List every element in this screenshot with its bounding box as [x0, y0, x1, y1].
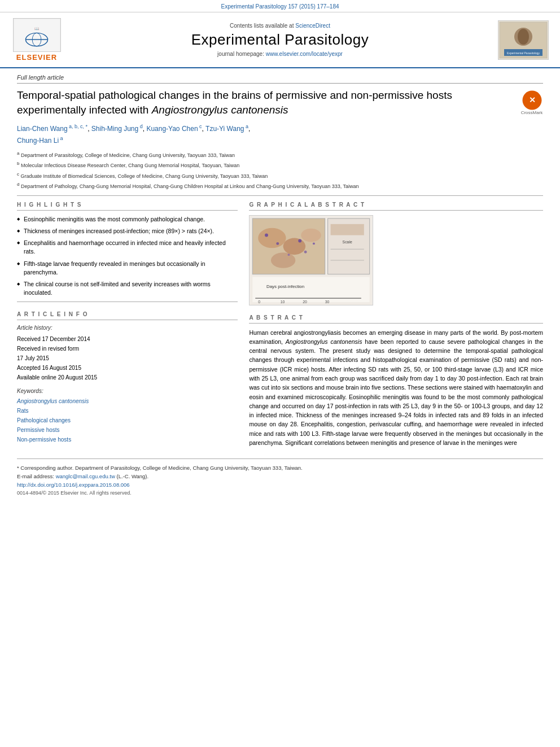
svg-text:Scale: Scale [343, 240, 352, 244]
keywords-section: Keywords: Angiostrongylus cantonensis Ra… [17, 388, 238, 444]
article-info-heading: A R T I C L E I N F O [17, 311, 238, 320]
author-3: Kuang-Yao Chen [146, 125, 198, 133]
keyword-5: Non-permissive hosts [17, 435, 238, 444]
accepted-value: Accepted 16 August 2015 [17, 363, 81, 373]
svg-point-23 [304, 250, 307, 253]
abstract-section: A B S T R A C T Human cerebral angiostro… [249, 314, 543, 447]
footer-email-line: E-mail address: wanglc@mail.cgu.edu.tw (… [17, 473, 543, 479]
available-value: Available online 20 August 2015 [17, 373, 97, 382]
article-footer: * Corresponding author. Department of Pa… [17, 458, 543, 496]
journal-cover-image: Experimental Parasitology [498, 20, 549, 60]
revised-date-row: 17 July 2015 [17, 353, 238, 363]
journal-title: Experimental Parasitology [68, 31, 492, 49]
copyright-notice: 0014-4894/© 2015 Elsevier Inc. All right… [17, 490, 543, 496]
elsevier-logo: 📖 ELSEVIER [11, 18, 62, 62]
highlights-section: H I G H L I G H T S Eosinophilic meningi… [17, 202, 238, 298]
svg-rect-26 [331, 224, 364, 235]
corresponding-author-note: * Corresponding author. Department of Pa… [17, 465, 543, 471]
keywords-label: Keywords: [17, 388, 238, 394]
graphical-abstract-image: Scale Days post-infection 0 10 20 30 [249, 215, 373, 305]
keyword-2: Rats [17, 406, 238, 416]
homepage-line: journal homepage: www.elsevier.com/locat… [68, 51, 492, 57]
author-1: Lian-Chen Wang [17, 125, 68, 133]
svg-point-22 [288, 254, 290, 256]
highlight-item-4: Fifth-stage larvae frequently revealed i… [17, 260, 238, 277]
doi-link[interactable]: http://dx.doi.org/10.1016/j.exppara.2015… [17, 482, 543, 488]
svg-point-15 [259, 228, 286, 248]
journal-top-bar: Experimental Parasitology 157 (2015) 177… [0, 0, 560, 12]
keywords-list: Angiostrongylus cantonensis Rats Patholo… [17, 396, 238, 444]
affiliation-a: a Department of Parasitology, College of… [17, 150, 543, 160]
svg-text:✕: ✕ [528, 95, 535, 104]
graphical-abstract-section: G R A P H I C A L A B S T R A C T [249, 202, 543, 305]
highlights-heading: H I G H L I G H T S [17, 202, 238, 211]
svg-point-8 [518, 29, 529, 45]
highlight-item-1: Eosinophilic meningitis was the most com… [17, 215, 238, 224]
revised-label: Received in revised form [17, 344, 79, 353]
svg-rect-0 [14, 19, 60, 52]
affiliation-c: c Graduate Institute of Biomedical Scien… [17, 171, 543, 181]
graphical-abstract-heading: G R A P H I C A L A B S T R A C T [249, 202, 543, 211]
abstract-text: Human cerebral angiostrongyliasis become… [249, 328, 543, 447]
abstract-heading: A B S T R A C T [249, 314, 543, 324]
author-4: Tzu-Yi Wang [205, 125, 244, 133]
svg-text:0: 0 [259, 300, 261, 304]
author-5: Chung-Han Li [17, 137, 59, 145]
svg-point-21 [299, 239, 302, 242]
accepted-row: Accepted 16 August 2015 [17, 363, 238, 373]
svg-point-17 [301, 228, 322, 242]
highlights-list: Eosinophilic meningitis was the most com… [17, 215, 238, 298]
svg-point-24 [313, 242, 315, 244]
article-history-table: Received 17 December 2014 Received in re… [17, 334, 238, 382]
highlight-item-5: The clinical course is not self-limited … [17, 280, 238, 297]
sciencedirect-link[interactable]: ScienceDirect [295, 23, 330, 29]
svg-point-19 [265, 233, 268, 237]
elsevier-brand-text: ELSEVIER [16, 53, 57, 62]
svg-point-16 [283, 238, 306, 255]
keyword-3: Pathological changes [17, 416, 238, 425]
two-column-section: H I G H L I G H T S Eosinophilic meningi… [17, 202, 543, 447]
svg-text:10: 10 [281, 300, 285, 304]
history-label: Article history: [17, 325, 238, 331]
svg-text:Experimental Parasitology: Experimental Parasitology [507, 51, 540, 55]
received-value: Received 17 December 2014 [17, 334, 90, 344]
svg-point-20 [277, 242, 279, 245]
available-row: Available online 20 August 2015 [17, 373, 238, 382]
journal-citation: Experimental Parasitology 157 (2015) 177… [221, 3, 339, 10]
revised-date: 17 July 2015 [17, 353, 49, 363]
journal-header-center: Contents lists available at ScienceDirec… [68, 23, 492, 57]
journal-homepage-link[interactable]: www.elsevier.com/locate/yexpr [266, 51, 343, 57]
svg-text:30: 30 [325, 300, 330, 304]
author-email[interactable]: wanglc@mail.cgu.edu.tw [56, 473, 115, 479]
keyword-1: Angiostrongylus cantonensis [17, 396, 238, 406]
email-label: E-mail address: [17, 473, 54, 479]
journal-header: 📖 ELSEVIER Contents lists available at S… [0, 12, 560, 68]
received-row: Received 17 December 2014 [17, 334, 238, 344]
article-content: Full length article Temporal-spatial pat… [0, 68, 560, 507]
article-title-row: Temporal-spatial pathological changes in… [17, 88, 543, 117]
crossmark-badge[interactable]: ✕ CrossMark [520, 90, 543, 115]
email-suffix: (L.-C. Wang). [117, 473, 149, 479]
highlight-item-3: Encephalitis and haemorrhage occurred in… [17, 239, 238, 256]
affiliations: a Department of Parasitology, College of… [17, 150, 543, 191]
elsevier-logo-image: 📖 [13, 18, 61, 52]
svg-text:Days post-infection: Days post-infection [266, 284, 304, 289]
keyword-4: Permissive hosts [17, 425, 238, 435]
left-column: H I G H L I G H T S Eosinophilic meningi… [17, 202, 238, 447]
section-divider-2 [17, 302, 238, 302]
article-title: Temporal-spatial pathological changes in… [17, 88, 515, 117]
article-type-label: Full length article [17, 74, 543, 84]
article-info-section: A R T I C L E I N F O Article history: R… [17, 311, 238, 382]
authors-list: Lian-Chen Wang a, b, c, *, Shih-Ming Jun… [17, 123, 543, 146]
contents-available-line: Contents lists available at ScienceDirec… [68, 23, 492, 29]
crossmark-label: CrossMark [521, 110, 543, 115]
svg-text:📖: 📖 [34, 25, 39, 30]
right-column: G R A P H I C A L A B S T R A C T [249, 202, 543, 447]
author-2: Shih-Ming Jung [91, 125, 138, 133]
svg-text:20: 20 [303, 300, 308, 304]
revised-row: Received in revised form [17, 344, 238, 353]
affiliation-b: b Molecular Infectious Disease Research … [17, 160, 543, 170]
section-divider-1 [17, 195, 543, 196]
highlight-item-2: Thickness of meninges increased post-inf… [17, 227, 238, 235]
affiliation-d: d Department of Pathology, Chang-Gung Me… [17, 181, 543, 191]
